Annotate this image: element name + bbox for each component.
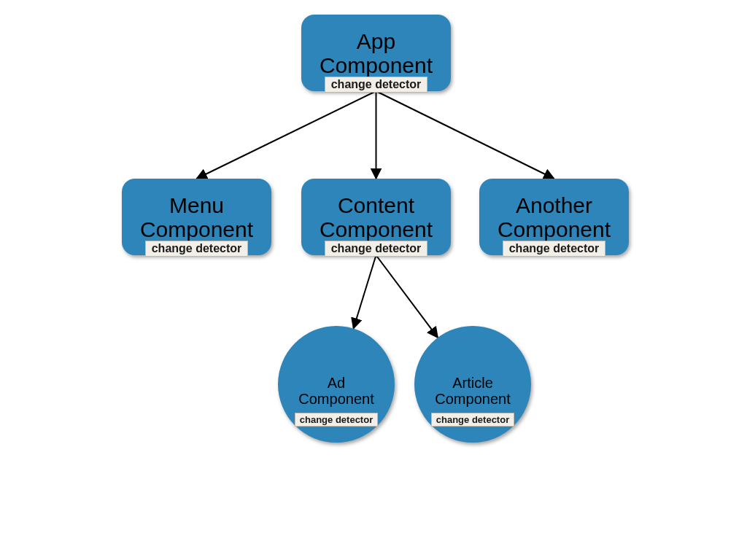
node-another-title: Another Component [498,193,611,241]
node-another-badge: change detector [503,241,606,257]
node-app: App Component change detector [301,15,451,91]
node-content-title: Content Component [320,193,433,241]
edge-content-ad [354,255,376,329]
node-menu: Menu Component change detector [122,179,271,255]
node-content: Content Component change detector [301,179,451,255]
node-article-badge: change detector [431,413,514,427]
node-ad-badge: change detector [295,413,378,427]
edge-app-menu [197,91,376,179]
node-ad-title: Ad Component [298,375,374,407]
edge-content-article [376,255,438,338]
node-article-title: Article Component [435,375,510,407]
node-ad: Ad Component change detector [278,326,395,443]
node-app-badge: change detector [325,77,428,93]
node-menu-title: Menu Component [140,193,253,241]
node-menu-badge: change detector [145,241,249,257]
node-article: Article Component change detector [414,326,531,443]
edge-app-another [376,91,554,179]
node-app-title: App Component [320,29,433,77]
node-another: Another Component change detector [479,179,629,255]
node-content-badge: change detector [325,241,428,257]
